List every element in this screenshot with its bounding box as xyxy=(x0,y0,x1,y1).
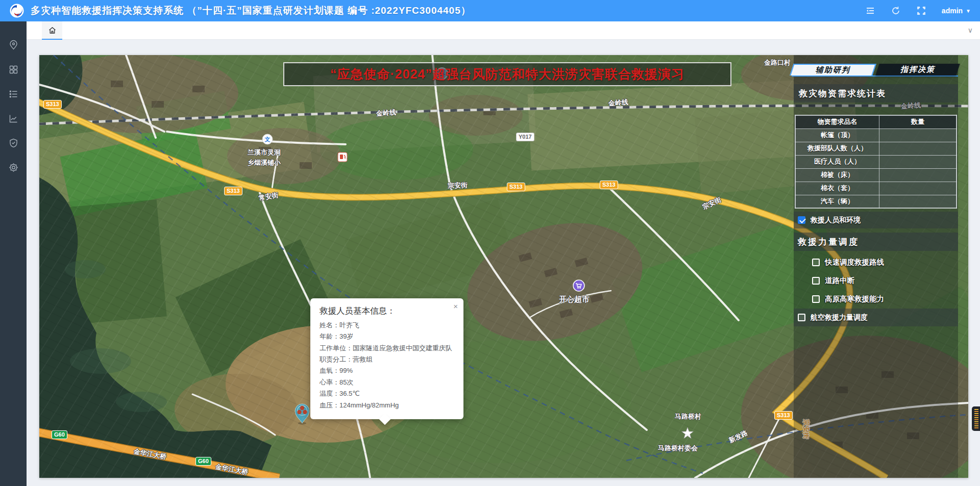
checkbox-icon[interactable] xyxy=(812,259,820,266)
tab-home[interactable] xyxy=(42,21,62,40)
collapse-menu-icon[interactable] xyxy=(865,6,875,16)
sidebar-item-settings[interactable] xyxy=(0,155,27,180)
sidebar-item-location[interactable] xyxy=(0,33,27,57)
dispatch-option-label: 快速调度救援路线 xyxy=(825,258,884,267)
close-icon[interactable]: × xyxy=(453,302,458,310)
gas-station-marker xyxy=(338,152,347,162)
checkbox-icon[interactable] xyxy=(798,314,805,321)
table-row: 救援部队人数（人） xyxy=(795,142,957,155)
layer-aviation-label: 航空救援力量调度 xyxy=(811,313,868,322)
popup-field-age: 年龄：39岁 xyxy=(320,331,454,342)
checkbox-checked-icon[interactable] xyxy=(798,216,805,224)
checkbox-icon[interactable] xyxy=(812,277,820,285)
svg-text:文: 文 xyxy=(264,136,271,142)
fullscreen-icon[interactable] xyxy=(916,6,926,16)
user-name: admin xyxy=(942,7,963,15)
supply-qty-cell xyxy=(879,142,957,155)
supply-name-cell: 棉衣（套） xyxy=(795,182,879,195)
table-row: 帐篷（顶） xyxy=(795,129,957,142)
supply-qty-cell xyxy=(879,195,957,208)
dispatch-options: 快速调度救援路线道路中断高原高寒救援能力 xyxy=(812,253,958,308)
sidebar-item-analytics[interactable] xyxy=(0,106,27,131)
supply-name-cell: 汽车（辆） xyxy=(795,195,879,208)
location-pin-icon xyxy=(8,40,19,50)
sidebar-item-list[interactable] xyxy=(0,82,27,106)
supply-name-cell: 帐篷（顶） xyxy=(795,129,879,142)
supply-qty-cell xyxy=(879,182,957,195)
map-canvas[interactable]: 文 宗安街宗安街常安街金岭线金岭线金岭线金华江大桥金华江大桥新发路宗安街马路桥村… xyxy=(39,55,968,478)
shield-check-icon xyxy=(8,138,19,148)
app-header: 多灾种智能救援指挥决策支持系统 （”十四·五”国家重点研发计划课题 编号 :20… xyxy=(0,0,980,21)
supply-name-cell: 棉被（床） xyxy=(795,168,879,182)
app-title: 多灾种智能救援指挥决策支持系统 （”十四·五”国家重点研发计划课题 编号 :20… xyxy=(31,4,471,17)
popup-field-heart: 心率：85次 xyxy=(320,377,454,388)
layer-aviation-dispatch[interactable]: 航空救援力量调度 xyxy=(794,309,958,326)
exercise-banner: “应急使命·2024”超强台风防范和特大洪涝灾害联合救援演习 xyxy=(283,62,731,86)
user-menu[interactable]: admin ▼ xyxy=(942,7,971,15)
map-layer-widget[interactable] xyxy=(972,406,980,431)
app-root: 多灾种智能救援指挥决策支持系统 （”十四·五”国家重点研发计划课题 编号 :20… xyxy=(0,0,980,486)
popup-field-duty: 职责分工：营救组 xyxy=(320,354,454,365)
dashboard-grid-icon xyxy=(8,64,19,75)
popup-field-temp: 温度：36.5℃ xyxy=(320,388,454,399)
dispatch-option-label: 道路中断 xyxy=(825,276,854,286)
supply-needs-table: 物资需求品名 数量 帐篷（顶）救援部队人数（人）医疗人员（人）棉被（床）棉衣（套… xyxy=(795,115,957,209)
dispatch-option[interactable]: 高原高寒救援能力 xyxy=(812,290,958,308)
popup-field-org: 工作单位：国家隧道应急救援中国交建重庆队 xyxy=(320,343,454,354)
table-row: 汽车（辆） xyxy=(795,195,957,208)
dispatch-option[interactable]: 道路中断 xyxy=(812,271,958,290)
rescue-info-popup: × 救援人员基本信息： 姓名：叶齐飞 年龄：39岁 工作单位：国家隧道应急救援中… xyxy=(310,298,463,419)
layer-rescue-env-label: 救援人员和环境 xyxy=(811,216,861,225)
supply-name-cell: 医疗人员（人） xyxy=(795,155,879,168)
supermarket-marker xyxy=(573,280,584,291)
popup-field-name: 姓名：叶齐飞 xyxy=(320,320,454,331)
table-row: 棉衣（套） xyxy=(795,182,957,195)
layer-rescue-env[interactable]: 救援人员和环境 xyxy=(794,212,958,228)
list-icon xyxy=(8,89,19,99)
sidebar-item-security[interactable] xyxy=(0,131,27,155)
sidebar-item-dashboard[interactable] xyxy=(0,57,27,82)
popup-title: 救援人员基本信息： xyxy=(320,305,454,317)
tab-auxiliary-judgement[interactable]: 辅助研判 xyxy=(790,64,876,75)
content-area: 文 宗安街宗安街常安街金岭线金岭线金岭线金华江大桥金华江大桥新发路宗安街马路桥村… xyxy=(27,40,980,486)
home-icon xyxy=(48,26,57,35)
table-row: 医疗人员（人） xyxy=(795,155,957,168)
line-chart-icon xyxy=(8,113,19,124)
table-header-row: 物资需求品名 数量 xyxy=(795,115,957,129)
app-logo-icon xyxy=(9,3,24,18)
section-dispatch-title: 救援力量调度 xyxy=(794,233,958,251)
tab-overflow-chevron-icon[interactable]: ∨ xyxy=(968,26,973,34)
table-row: 棉被（床） xyxy=(795,168,957,182)
checkbox-icon[interactable] xyxy=(812,295,820,303)
col-quantity: 数量 xyxy=(879,115,957,129)
refresh-icon[interactable] xyxy=(891,6,901,16)
supply-table-title: 救灾物资需求统计表 xyxy=(794,84,958,103)
analysis-panel: 辅助研判 指挥决策 救灾物资需求统计表 物资需求品名 数量 帐篷（顶）救援部队人… xyxy=(794,55,958,478)
chevron-down-icon: ▼ xyxy=(966,8,971,14)
col-supply-name: 物资需求品名 xyxy=(795,115,879,129)
supply-qty-cell xyxy=(879,129,957,142)
supply-qty-cell xyxy=(879,168,957,182)
school-poi-marker: 文 xyxy=(262,134,273,144)
dispatch-option[interactable]: 快速调度救援路线 xyxy=(812,253,958,271)
tab-bar: ∨ xyxy=(27,21,980,40)
popup-field-bp: 血压：124mmHg/82mmHg xyxy=(320,400,454,411)
supply-qty-cell xyxy=(879,155,957,168)
popup-field-spo2: 血氧：99% xyxy=(320,365,454,376)
panel-tabs: 辅助研判 指挥决策 xyxy=(792,64,958,76)
supply-name-cell: 救援部队人数（人） xyxy=(795,142,879,155)
tab-command-decision[interactable]: 指挥决策 xyxy=(875,64,960,75)
sidebar xyxy=(0,21,27,486)
settings-gear-icon xyxy=(8,162,19,173)
dispatch-option-label: 高原高寒救援能力 xyxy=(825,294,884,304)
